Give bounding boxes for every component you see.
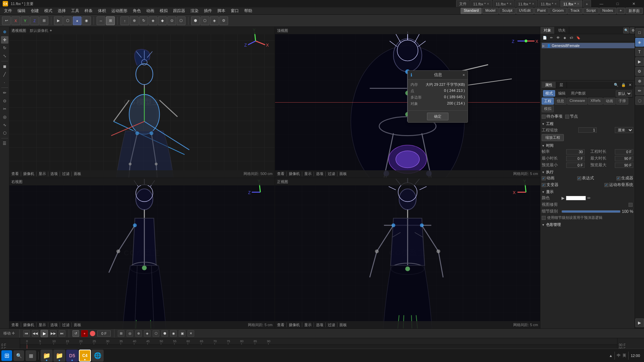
vp1-bar-panel[interactable]: 面板 [74,171,81,176]
menu-help[interactable]: 帮助 [241,7,255,14]
prop-time-end-input[interactable] [615,149,633,155]
workspace-track[interactable]: Track [568,8,583,14]
strip-btn-7[interactable]: ✏ [635,86,644,95]
taskbar-explorer2[interactable]: 📁 [53,350,65,362]
workspace-add[interactable]: + [617,8,625,14]
strip-btn-2[interactable]: ◈ [635,38,644,47]
tool-weld[interactable]: ⬡ [1,129,8,137]
tl-btn-e[interactable]: ⬡ [153,330,159,337]
mode-btn-userdata[interactable]: 用户数据 [569,90,588,97]
tab-kungfu[interactable]: 功夫 [555,27,569,34]
mode-btn-mode[interactable]: 模式 [543,90,555,97]
transport-last[interactable]: ⏭ [59,330,65,337]
menu-window[interactable]: 窗口 [228,7,241,14]
axis-y-btn[interactable]: Y [21,16,30,25]
lod-slider[interactable] [561,210,621,213]
loop-btn[interactable]: ↺ [72,330,79,337]
frame-current-input[interactable] [97,330,111,337]
workspace-paint[interactable]: Paint [534,8,549,14]
vp3-bar-camera[interactable]: 摄像机 [23,322,34,327]
info-close-btn[interactable]: × [463,73,465,77]
prop-tab-simulate[interactable]: 模拟 [542,105,554,112]
vp3-bar-panel[interactable]: 面板 [74,322,81,327]
minimize-button[interactable]: — [594,0,609,7]
section-time[interactable]: ▼ 时间 [542,142,633,149]
strip-btn-4[interactable]: ▶ [635,57,644,66]
transport-first[interactable]: ⏮ [23,330,30,337]
cb-nodes[interactable] [565,115,569,119]
tool-rotate[interactable]: ↻ [1,44,8,52]
workspace-uvedit[interactable]: UVEdit [516,8,534,14]
tool-point[interactable]: · [1,79,8,86]
dropdown-mode[interactable]: 默认 [616,90,632,97]
title-tab-2[interactable]: 11.fbx * × [470,0,492,7]
record-btn[interactable]: ● [81,330,88,337]
taskbar-daz[interactable]: D5 [66,350,78,362]
title-tab-6[interactable]: 11.fbx * × [560,0,582,7]
maximize-button[interactable]: □ [610,0,625,7]
transport-play[interactable]: ▶ [41,330,48,337]
tool-move[interactable]: ✛ [1,36,8,44]
strip-btn-5[interactable]: ⚙ [635,67,644,76]
tool-smooth[interactable]: ∿ [1,121,8,129]
taskbar-other[interactable]: 🌐 [92,350,104,362]
cb-view[interactable] [629,203,633,207]
render-btn[interactable]: ▶ [54,16,63,25]
tab-objects[interactable]: 对象 [540,27,555,34]
vp2-bar-filter[interactable]: 过滤 [328,171,335,176]
file-icon[interactable]: 📄 [542,35,548,41]
tree-item-genesis[interactable]: ▶ 👤 Genesis8Female ✦ [542,43,643,48]
transform-move[interactable]: ↑ [120,16,129,25]
tool-sculpt[interactable]: ⊙ [1,97,8,105]
vp4-bar-filter[interactable]: 过滤 [328,322,335,327]
vp4-bar-view[interactable]: 查看 [277,322,284,327]
search-button[interactable]: 🔍 [13,350,24,361]
vp4-bar-camera[interactable]: 摄像机 [289,322,300,327]
cb-todo[interactable] [542,115,546,119]
expand-icon[interactable]: ▶ [542,44,546,48]
title-tab-4[interactable]: 11.fbx * × [515,0,537,7]
grid-tool[interactable]: ⊞ [106,16,115,25]
vp4-bar-options[interactable]: 选项 [316,322,323,327]
prop-tab-project[interactable]: 工程 [542,98,554,105]
viewport-right[interactable]: CG模型主 [9,178,275,329]
prop-tab-cineware[interactable]: Cineware [567,98,587,105]
section-project[interactable]: ▼ 工程 [542,121,633,127]
vp1-bar-options[interactable]: 选项 [50,171,58,176]
title-tab-5[interactable]: 11.fbx * × [538,0,559,7]
cb-anim[interactable] [542,176,546,180]
cb-expr[interactable] [577,176,581,180]
menu-mograph[interactable]: 运动图形 [109,7,130,14]
vp3-bar-display[interactable]: 显示 [39,322,46,327]
strip-btn-1[interactable]: □ [635,28,644,37]
workspace-standard[interactable]: Standard [461,8,482,14]
vp2-bar-view[interactable]: 查看 [277,171,284,176]
vp1-bar-display[interactable]: 显示 [39,171,46,176]
section-run[interactable]: ▼ 执行 [542,169,633,175]
transform-anim[interactable]: ◈ [149,16,157,25]
title-tab-1[interactable]: 文件 [456,0,470,7]
tab-close-2[interactable]: × [487,2,489,6]
tab-attributes[interactable]: 属性 [542,82,556,88]
move-tool[interactable]: ↔ [97,16,105,25]
title-tab-3[interactable]: 11.fbx * × [493,0,515,7]
render-right-2[interactable]: ⬡ [201,16,209,25]
cb-deformer[interactable] [542,183,546,187]
vp4-bar-display[interactable]: 显示 [304,322,312,327]
render-vp-btn[interactable]: ● [73,16,82,25]
tool-scale[interactable]: ⤡ [1,52,8,60]
view-icon[interactable]: 👁 [555,35,561,41]
tag-icon[interactable]: 🏷 [569,35,575,41]
menu-volume[interactable]: 体积 [95,7,109,14]
vp1-bar-view[interactable]: 查看 [11,171,19,176]
prop-tab-xrefs[interactable]: XRefs [588,98,603,105]
menu-animation[interactable]: 动画 [144,7,157,14]
prop-previewmax-input[interactable] [615,163,633,168]
transport-prev[interactable]: ◀◀ [32,330,39,337]
render-right-3[interactable]: ◈ [210,16,219,25]
axis-x-btn[interactable]: X [11,16,20,25]
render-right-1[interactable]: ⬢ [191,16,200,25]
vp3-bar-filter[interactable]: 过滤 [62,322,69,327]
cb-lod-option[interactable] [542,216,546,220]
tab-layer[interactable]: 层 [556,82,567,88]
